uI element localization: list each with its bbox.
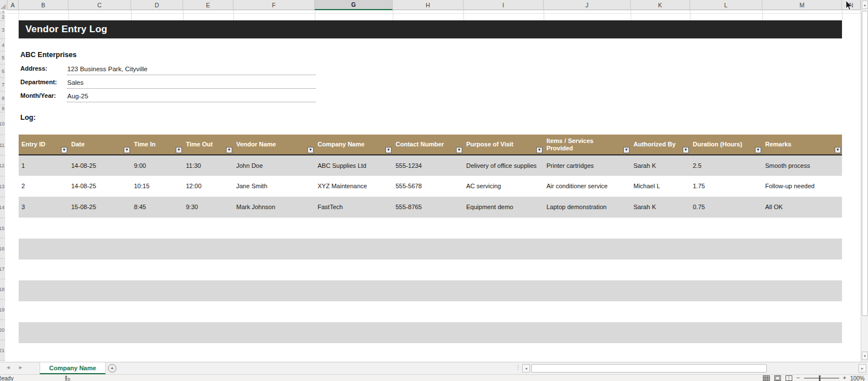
column-header-A[interactable]: A: [7, 0, 19, 10]
table-cell[interactable]: 14-08-25: [68, 155, 131, 176]
column-header-C[interactable]: C: [68, 0, 131, 10]
accessibility-checker-icon[interactable]: [63, 375, 70, 381]
table-header-cell[interactable]: Contact Number▼: [393, 135, 463, 155]
table-header-cell[interactable]: Purpose of Visit▼: [463, 135, 544, 155]
table-cell[interactable]: Delivery of office supplies: [463, 155, 544, 176]
table-cell[interactable]: Sarah K: [631, 197, 690, 218]
table-cell[interactable]: FastTech: [315, 197, 393, 218]
row-header-10[interactable]: 10: [0, 112, 5, 135]
table-empty-cell[interactable]: [19, 239, 842, 259]
normal-view-button[interactable]: [763, 375, 770, 381]
filter-dropdown-icon[interactable]: ▼: [226, 147, 232, 153]
scroll-right-button[interactable]: ►: [858, 364, 866, 373]
column-header-E[interactable]: E: [183, 0, 233, 10]
row-header-18[interactable]: 18: [0, 279, 5, 300]
zoom-percentage[interactable]: 100%: [850, 375, 865, 381]
table-cell[interactable]: Equipment demo: [463, 197, 544, 218]
table-cell[interactable]: All OK: [762, 197, 842, 218]
table-cell[interactable]: 0.75: [690, 197, 762, 218]
row-header-2[interactable]: 2: [0, 14, 5, 21]
vertical-scrollbar[interactable]: ▲ ▼: [861, 0, 868, 362]
table-header-cell[interactable]: Entry ID▼: [19, 135, 68, 155]
table-cell[interactable]: 14-08-25: [68, 176, 131, 197]
zoom-slider[interactable]: [804, 378, 839, 379]
table-cell[interactable]: Smooth process: [762, 155, 842, 176]
table-cell[interactable]: 9:00: [131, 155, 183, 176]
column-header-I[interactable]: I: [463, 0, 544, 10]
table-header-cell[interactable]: Company Name▼: [315, 135, 393, 155]
scroll-up-button[interactable]: ▲: [862, 1, 868, 9]
table-cell[interactable]: 8:45: [131, 197, 183, 218]
filter-dropdown-icon[interactable]: ▼: [623, 147, 630, 153]
row-header-13[interactable]: 13: [0, 176, 5, 197]
add-sheet-button[interactable]: +: [108, 364, 116, 373]
sheet-tab-company-name[interactable]: Company Name: [40, 362, 106, 374]
row-header-8[interactable]: 8: [0, 92, 5, 105]
table-cell[interactable]: XYZ Maintenance: [315, 176, 393, 197]
filter-dropdown-icon[interactable]: ▼: [835, 147, 841, 153]
row-header-19[interactable]: 19: [0, 300, 5, 320]
column-header-M[interactable]: M: [762, 0, 842, 10]
column-header-H[interactable]: H: [393, 0, 463, 10]
filter-dropdown-icon[interactable]: ▼: [755, 147, 761, 153]
table-cell[interactable]: Air conditioner service: [544, 176, 631, 197]
column-header-L[interactable]: L: [690, 0, 762, 10]
row-header-4[interactable]: 4: [0, 39, 5, 51]
row-header-12[interactable]: 12: [0, 155, 5, 176]
table-empty-cell[interactable]: [19, 322, 842, 343]
row-header-11[interactable]: 11: [0, 135, 5, 155]
column-header-F[interactable]: F: [233, 0, 315, 10]
table-cell[interactable]: John Doe: [233, 155, 315, 176]
table-cell[interactable]: 12:00: [183, 176, 233, 197]
row-header-20[interactable]: 20: [0, 320, 5, 340]
tab-nav-left-icon[interactable]: ◄: [6, 365, 11, 370]
table-cell[interactable]: 10:15: [131, 176, 183, 197]
table-cell[interactable]: ABC Supplies Ltd: [315, 155, 393, 176]
horizontal-scroll-thumb[interactable]: [531, 364, 767, 373]
table-header-cell[interactable]: Vendor Name▼: [233, 135, 315, 155]
filter-dropdown-icon[interactable]: ▼: [61, 147, 67, 153]
table-cell[interactable]: AC servicing: [463, 176, 544, 197]
table-cell[interactable]: Follow-up needed: [762, 176, 842, 197]
row-header-21[interactable]: 21: [0, 340, 5, 361]
row-header-5[interactable]: 5: [0, 51, 5, 64]
tab-nav-right-icon[interactable]: ►: [18, 365, 23, 370]
table-cell[interactable]: 15-08-25: [68, 197, 131, 218]
table-cell[interactable]: Laptop demonstration: [544, 197, 631, 218]
zoom-slider-thumb[interactable]: [819, 375, 821, 381]
month-year-value[interactable]: Aug-25: [67, 90, 316, 102]
filter-dropdown-icon[interactable]: ▼: [307, 147, 314, 153]
table-header-cell[interactable]: Time Out▼: [183, 135, 233, 155]
zoom-out-button[interactable]: −: [797, 375, 800, 381]
row-header-17[interactable]: 17: [0, 259, 5, 279]
table-cell[interactable]: 2: [19, 176, 68, 197]
table-header-cell[interactable]: Remarks▼: [762, 135, 842, 155]
table-header-cell[interactable]: Items / Services Provided▼: [544, 135, 631, 155]
table-cell[interactable]: Jane Smith: [233, 176, 315, 197]
filter-dropdown-icon[interactable]: ▼: [456, 147, 462, 153]
vertical-scroll-thumb[interactable]: [862, 11, 868, 316]
row-header-9[interactable]: 9: [0, 105, 5, 112]
table-cell[interactable]: 1.75: [690, 176, 762, 197]
scroll-left-button[interactable]: ◄: [522, 364, 530, 373]
row-header-16[interactable]: 16: [0, 239, 5, 259]
table-header-cell[interactable]: Duration (Hours)▼: [690, 135, 762, 155]
scrollbar-drag-handle[interactable]: ⋮: [515, 364, 521, 370]
table-empty-cell[interactable]: [19, 301, 842, 322]
table-cell[interactable]: 555-8765: [393, 197, 463, 218]
table-cell[interactable]: 2.5: [690, 155, 762, 176]
table-cell[interactable]: 3: [19, 197, 68, 218]
table-empty-cell[interactable]: [19, 280, 842, 301]
row-header-14[interactable]: 14: [0, 197, 5, 218]
column-header-G[interactable]: G: [315, 0, 393, 10]
row-header-7[interactable]: 7: [0, 78, 5, 92]
address-value[interactable]: 123 Business Park, Cityville: [67, 63, 316, 75]
filter-dropdown-icon[interactable]: ▼: [536, 147, 542, 153]
table-cell[interactable]: Sarah K: [631, 155, 690, 176]
table-header-cell[interactable]: Date▼: [68, 135, 131, 155]
filter-dropdown-icon[interactable]: ▼: [385, 147, 392, 153]
column-header-J[interactable]: J: [544, 0, 631, 10]
filter-dropdown-icon[interactable]: ▼: [683, 147, 689, 153]
table-cell[interactable]: Printer cartridges: [544, 155, 631, 176]
zoom-in-button[interactable]: +: [843, 375, 847, 381]
